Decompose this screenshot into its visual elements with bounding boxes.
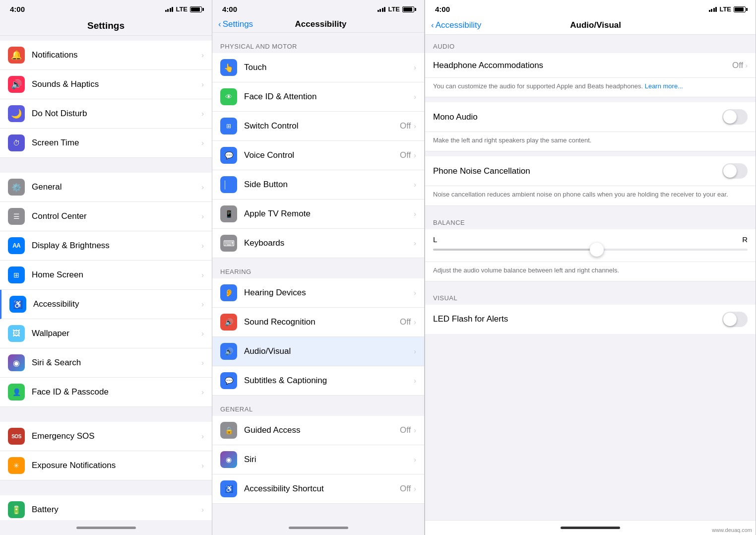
signal-bars-3	[709, 7, 717, 12]
soundrecognition-icon: 🔊	[220, 314, 237, 331]
balance-left-label: L	[433, 235, 437, 244]
settings-item-notifications[interactable]: 🔔 Notifications ›	[0, 41, 212, 70]
voicecontrol-value: Off	[400, 150, 411, 160]
back-label-3: Accessibility	[436, 20, 482, 30]
settings-item-voicecontrol[interactable]: 💬 Voice Control Off ›	[212, 141, 424, 170]
phonenoise-row: Phone Noise Cancellation	[425, 156, 756, 186]
wallpaper-icon: 🖼	[8, 325, 25, 342]
phonenoise-toggle[interactable]	[722, 163, 748, 179]
led-flash-row: LED Flash for Alerts	[425, 305, 756, 334]
faceid-icon: 👤	[8, 384, 25, 401]
settings-item-accessshortcut[interactable]: ♿ Accessibility Shortcut Off ›	[212, 474, 424, 504]
learn-more-link[interactable]: Learn more...	[645, 82, 683, 90]
settings-item-subtitles[interactable]: 💬 Subtitles & Captioning ›	[212, 366, 424, 396]
controlcenter-icon: ☰	[8, 208, 25, 225]
settings-item-emergencysos[interactable]: SOS Emergency SOS ›	[0, 422, 212, 451]
guidedaccess-icon: 🔒	[220, 422, 237, 439]
switchcontrol-icon: ⊞	[220, 118, 237, 134]
settings-item-battery[interactable]: 🔋 Battery ›	[0, 495, 212, 520]
settings-item-touch[interactable]: 👆 Touch ›	[212, 53, 424, 82]
section-hearing-header: HEARING	[212, 258, 424, 278]
settings-item-guidedaccess[interactable]: 🔒 Guided Access Off ›	[212, 416, 424, 445]
faceidattn-label: Face ID & Attention	[244, 92, 414, 102]
switchcontrol-value: Off	[400, 121, 411, 131]
subtitles-icon: 💬	[220, 372, 237, 389]
notifications-label: Notifications	[32, 50, 201, 60]
appletvremote-label: Apple TV Remote	[244, 209, 414, 219]
touch-icon: 👆	[220, 59, 237, 76]
settings-item-keyboards[interactable]: ⌨ Keyboards ›	[212, 229, 424, 258]
settings-item-sirisearch[interactable]: ◉ Siri & Search ›	[0, 348, 212, 378]
accessshortcut-label: Accessibility Shortcut	[244, 484, 400, 494]
back-button-2[interactable]: ‹ Settings	[218, 19, 253, 29]
keyboards-icon: ⌨	[220, 235, 237, 252]
screentime-icon: ⏱	[8, 134, 25, 151]
siri-icon: ◉	[220, 451, 237, 468]
status-time-3: 4:00	[435, 5, 450, 13]
balance-slider-thumb[interactable]	[590, 243, 604, 257]
status-right-2: LTE	[378, 5, 414, 13]
phone3: 4:00 LTE ‹ Accessibility Audio/Visual AU…	[425, 0, 756, 535]
settings-item-controlcenter[interactable]: ☰ Control Center ›	[0, 202, 212, 231]
settings-item-homescreen[interactable]: ⊞ Home Screen ›	[0, 261, 212, 290]
settings-item-sidebutton[interactable]: ⎸ Side Button ›	[212, 170, 424, 200]
settings-item-faceid[interactable]: 👤 Face ID & Passcode ›	[0, 378, 212, 407]
phone2: 4:00 LTE ‹ Settings Accessibility PHYSIC…	[212, 0, 425, 535]
settings-item-wallpaper[interactable]: 🖼 Wallpaper ›	[0, 319, 212, 348]
hearingdevices-icon: 👂	[220, 284, 237, 301]
soundrecognition-value: Off	[400, 317, 411, 327]
balance-description: Adjust the audio volume balance between …	[425, 262, 756, 281]
settings-item-soundrecognition[interactable]: 🔊 Sound Recognition Off ›	[212, 308, 424, 337]
battery-1	[190, 6, 202, 12]
settings-item-accessibility[interactable]: ♿ Accessibility ›	[0, 290, 212, 319]
mono-audio-toggle[interactable]	[722, 109, 748, 125]
signal-bars-2	[378, 7, 386, 12]
nav-bar-3: ‹ Accessibility Audio/Visual	[425, 16, 756, 35]
displaybrightness-label: Display & Brightness	[32, 241, 201, 251]
settings-item-sounds[interactable]: 🔊 Sounds & Haptics ›	[0, 70, 212, 99]
settings-list-1[interactable]: 🔔 Notifications › 🔊 Sounds & Haptics › 🌙…	[0, 36, 212, 520]
touch-label: Touch	[244, 63, 414, 72]
home-bar-1	[76, 527, 136, 529]
settings-item-hearingdevices[interactable]: 👂 Hearing Devices ›	[212, 278, 424, 308]
section-physical-header: PHYSICAL AND MOTOR	[212, 33, 424, 53]
settings-item-siri[interactable]: ◉ Siri ›	[212, 445, 424, 474]
home-indicator-3	[425, 520, 756, 535]
headphone-value: Off	[732, 61, 743, 70]
settings-item-donotdisturb[interactable]: 🌙 Do Not Disturb ›	[0, 99, 212, 129]
settings-item-screentime[interactable]: ⏱ Screen Time ›	[0, 129, 212, 158]
voicecontrol-icon: 💬	[220, 147, 237, 164]
donotdisturb-label: Do Not Disturb	[32, 109, 201, 119]
phonenoise-label: Phone Noise Cancellation	[433, 166, 722, 176]
back-chevron-3: ‹	[431, 20, 434, 30]
accessibility-list[interactable]: PHYSICAL AND MOTOR 👆 Touch › 👁 Face ID &…	[212, 33, 424, 520]
headphone-description: You can customize the audio for supporte…	[425, 78, 756, 97]
status-bar-1: 4:00 LTE	[0, 0, 212, 16]
settings-item-faceidattn[interactable]: 👁 Face ID & Attention ›	[212, 82, 424, 112]
headphone-accommodations-row[interactable]: Headphone Accommodations Off ›	[425, 53, 756, 78]
settings-item-audiovisual[interactable]: 🔊 Audio/Visual ›	[212, 337, 424, 366]
settings-item-displaybrightness[interactable]: AA Display & Brightness ›	[0, 231, 212, 261]
back-label-2: Settings	[223, 19, 253, 29]
led-flash-label: LED Flash for Alerts	[433, 314, 722, 324]
led-flash-toggle[interactable]	[722, 312, 748, 327]
back-button-3[interactable]: ‹ Accessibility	[431, 20, 481, 30]
settings-item-general[interactable]: ⚙️ General ›	[0, 173, 212, 202]
sounds-label: Sounds & Haptics	[32, 79, 201, 89]
hearingdevices-label: Hearing Devices	[244, 288, 414, 298]
phonenoise-description: Noise cancellation reduces ambient noise…	[425, 186, 756, 205]
settings-item-exposurenotif[interactable]: ✳ Exposure Notifications ›	[0, 451, 212, 480]
battery-icon-item: 🔋	[8, 501, 25, 518]
signal-bars-1	[165, 7, 174, 12]
battery-label: Battery	[32, 505, 201, 515]
settings-item-appletvremote[interactable]: 📱 Apple TV Remote ›	[212, 200, 424, 229]
settings-item-switchcontrol[interactable]: ⊞ Switch Control Off ›	[212, 112, 424, 141]
battery-2	[402, 6, 414, 12]
donotdisturb-icon: 🌙	[8, 105, 25, 122]
balance-labels: L R	[433, 235, 748, 244]
mono-audio-row: Mono Audio	[425, 102, 756, 132]
balance-right-label: R	[742, 235, 748, 244]
balance-slider-track[interactable]	[433, 249, 748, 251]
led-flash-knob	[723, 313, 737, 326]
nav-title-1: Settings	[0, 16, 212, 36]
